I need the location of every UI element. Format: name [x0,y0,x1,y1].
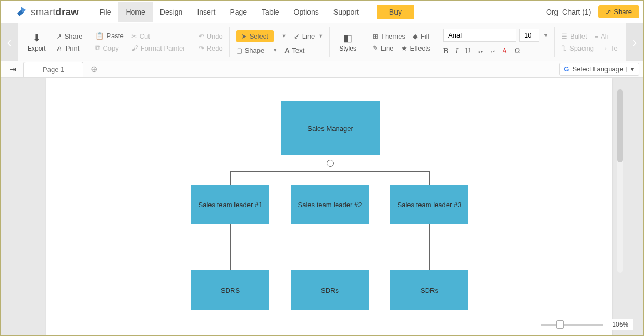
italic-button[interactable]: I [455,47,458,55]
list-icon: ☰ [561,32,567,40]
menu-insert[interactable]: Insert [190,2,222,22]
canvas[interactable]: − Sales Manager Sales team leader #1 Sal… [46,78,612,335]
symbol-button[interactable]: Ω [515,47,520,55]
menu-design[interactable]: Design [153,2,190,22]
paste-button[interactable]: 📋Paste [95,32,123,40]
scrollbar-thumb[interactable] [617,89,623,162]
superscript-button[interactable]: x² [490,48,495,54]
org-node-tl2[interactable]: Sales team leader #2 [291,185,369,224]
shape-icon: ▢ [236,46,242,54]
language-selector[interactable]: G Select Language ▼ [559,63,639,76]
styles-button[interactable]: ◧Styles [336,30,360,54]
chevron-down-icon[interactable]: ▼ [282,33,287,39]
pagebar: ⇥ Page 1 ⊕ G Select Language ▼ [1,61,643,78]
redo-button[interactable]: ↷Redo [199,44,223,52]
spacing-button[interactable]: ⇅Spacing [561,44,594,52]
menu-page[interactable]: Page [222,2,254,22]
align-button[interactable]: ≡Ali [595,32,609,40]
menu-home[interactable]: Home [118,2,152,22]
logo[interactable]: smartdraw [15,6,79,18]
copy-button[interactable]: ⧉Copy [95,44,123,52]
menubar: smartdraw File Home Design Insert Page T… [1,1,643,23]
menu-file[interactable]: File [92,2,119,22]
org-node-sdr2[interactable]: SDRs [291,270,369,310]
shape-button[interactable]: ▢Shape [236,46,265,54]
ribbon-collapse-right[interactable]: › [626,23,643,61]
page-tab[interactable]: Page 1 [23,62,83,77]
download-icon: ⬇ [33,32,41,44]
redo-icon: ↷ [199,44,204,52]
buy-button[interactable]: Buy [377,5,414,19]
ribbon: ‹ ⬇Export ↗Share 🖨Print 📋Paste ⧉Copy ✂Cu… [1,23,643,61]
org-node-root[interactable]: Sales Manager [281,101,380,155]
cursor-icon: ➤ [241,32,247,40]
menu-options[interactable]: Options [287,2,326,22]
org-node-tl3[interactable]: Sales team leader #3 [390,185,468,224]
print-icon: 🖨 [56,44,63,52]
chevron-down-icon[interactable]: ▼ [273,47,277,53]
line-tool-button[interactable]: ↙Line▼ [294,32,324,40]
bullet-button[interactable]: ☰Bullet [561,32,587,40]
zoom-control: 105% [541,319,633,330]
share-icon: ↗ [56,32,62,40]
line-style-button[interactable]: ✎Line [373,44,394,52]
share-label: Share [614,8,632,16]
chevron-down-icon[interactable]: ▼ [543,33,548,38]
menu-table[interactable]: Table [254,2,286,22]
line-icon: ↙ [294,32,300,40]
brush-icon: 🖌 [131,44,138,52]
spacing-icon: ⇅ [561,44,567,52]
connector [330,171,330,185]
export-button[interactable]: ⬇Export [24,30,49,54]
fill-icon: ◆ [413,32,418,40]
font-color-button[interactable]: A [502,47,507,55]
scrollbar-vertical[interactable] [617,89,623,273]
cut-button[interactable]: ✂Cut [131,32,185,40]
zoom-slider-thumb[interactable] [556,320,564,329]
fill-button[interactable]: ◆Fill [413,32,429,40]
connector [429,171,430,185]
print-button[interactable]: 🖨Print [56,44,83,52]
text-button[interactable]: AText [284,46,304,54]
org-node-sdr1[interactable]: SDRS [191,270,269,310]
connector [230,171,231,185]
add-page-button[interactable]: ⊕ [91,64,97,74]
format-painter-button[interactable]: 🖌Format Painter [131,44,185,52]
org-node-sdr3[interactable]: SDRs [390,270,468,310]
connector [330,224,330,270]
text-icon: A [284,46,289,54]
exit-icon[interactable]: ⇥ [10,65,16,74]
select-button[interactable]: ➤Select [236,30,274,42]
share-ribbon-button[interactable]: ↗Share [56,32,83,40]
themes-icon: ⊞ [373,32,378,40]
zoom-slider[interactable] [541,324,603,326]
subscript-button[interactable]: x₂ [478,48,483,55]
ribbon-collapse-left[interactable]: ‹ [1,23,18,61]
org-node-tl1[interactable]: Sales team leader #1 [191,185,269,224]
pencil-icon: ✎ [373,44,378,52]
collapse-toggle[interactable]: − [327,160,334,167]
menu-support[interactable]: Support [326,2,366,22]
undo-button[interactable]: ↶Undo [199,32,223,40]
share-button[interactable]: ↗ Share [598,5,639,18]
cut-icon: ✂ [131,32,137,40]
document-name: Org_Chart (1) [546,8,591,16]
logo-text: smartdraw [31,6,79,18]
canvas-area: − Sales Manager Sales team leader #1 Sal… [1,78,643,335]
google-icon: G [564,65,569,73]
menu-items: File Home Design Insert Page Table Optio… [92,2,366,22]
text-options-button[interactable]: →Te [601,44,618,52]
bold-button[interactable]: B [443,47,448,55]
zoom-value[interactable]: 105% [608,319,633,330]
arrow-icon: → [601,44,608,52]
undo-icon: ↶ [199,32,204,40]
effects-button[interactable]: ★Effects [401,44,431,52]
themes-button[interactable]: ⊞Themes [373,32,405,40]
font-name-input[interactable] [443,29,516,42]
font-size-input[interactable] [519,29,539,42]
chevron-down-icon: ▼ [626,67,635,72]
styles-icon: ◧ [343,32,352,44]
left-gutter [1,78,46,335]
connector [230,224,231,270]
underline-button[interactable]: U [465,47,470,55]
